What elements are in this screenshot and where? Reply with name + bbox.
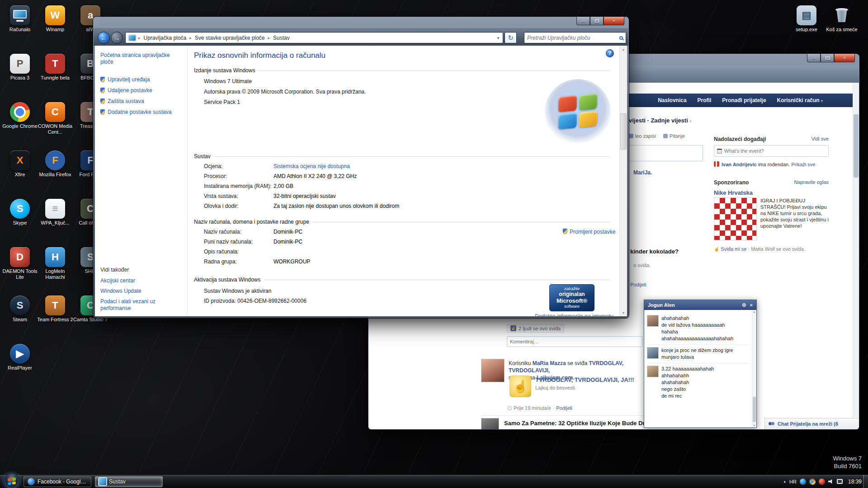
desktop-icon-team-fortress[interactable]: T Team Fortress 2 (37, 296, 73, 323)
events-see-all-link[interactable]: Vidi sve (811, 136, 829, 142)
scrollbar-thumb[interactable] (854, 114, 859, 178)
show-hidden-icons-button[interactable]: ▲ (783, 480, 786, 483)
clock[interactable]: 18:39 (848, 479, 862, 485)
scroll-down-icon[interactable]: ▼ (620, 309, 627, 316)
thumbs-up-image[interactable]: ☝ (509, 375, 531, 397)
minimize-button[interactable]: – (807, 54, 821, 62)
ad-title-link[interactable]: Nike Hrvatska (714, 189, 829, 196)
sidebar-item-performance[interactable]: Podaci i alati vezani uz performanse (100, 298, 173, 312)
forward-button[interactable]: → (111, 32, 123, 44)
user-link[interactable]: MaRia Mazza (533, 360, 566, 366)
desktop-icon-setup-exe[interactable]: ▤ setup.exe (788, 5, 825, 33)
nav-home[interactable]: Naslovnica (653, 97, 691, 103)
back-button[interactable]: ← (98, 32, 110, 44)
address-bar[interactable]: ▸ Upravljačka ploča ▸ Sve stavke upravlj… (125, 32, 503, 43)
avatar[interactable] (481, 418, 499, 429)
tab-question[interactable]: Pitanje (663, 133, 685, 139)
breadcrumb-control-panel[interactable]: Upravljačka ploča (141, 33, 190, 43)
desktop-icon-cowon[interactable]: C COWON Media Cent... (37, 102, 73, 135)
create-ad-link[interactable]: Napravite oglas (794, 179, 829, 186)
like-link[interactable]: Sviđa mi se (721, 246, 747, 252)
minimize-button[interactable]: – (576, 17, 590, 25)
sidebar-item-windows-update[interactable]: Windows Update (100, 288, 184, 295)
rating-link[interactable]: Sistemska ocjena nije dostupna (274, 163, 350, 169)
desktop-icon-tunngle[interactable]: T Tunngle beta (37, 54, 73, 81)
scroll-up-icon[interactable]: ▲ (620, 46, 627, 53)
scroll-up-icon[interactable]: ▲ (752, 310, 756, 313)
desktop-icon-racunalo[interactable]: Računalo (2, 5, 38, 33)
desktop-icon-picasa[interactable]: P Picasa 3 (2, 54, 38, 81)
scroll-down-icon[interactable]: ▼ (752, 424, 756, 427)
start-button[interactable] (4, 473, 20, 488)
desktop-icon-wpa-kljuc[interactable]: ≡ WPA_Ključ... (37, 199, 73, 226)
sidebar-item-system-protection[interactable]: Zaštita sustava (100, 98, 184, 104)
firefox-icon: F (45, 150, 65, 170)
breadcrumb-system[interactable]: Sustav (270, 33, 293, 43)
genuine-microsoft-badge[interactable]: zatražite originalan Microsoft® software (549, 284, 594, 311)
window-scrollbar[interactable]: ▲ ▼ (619, 46, 627, 316)
share-link[interactable]: Podijeli (556, 405, 572, 411)
desktop-icon-hamachi[interactable]: H LogMeIn Hamachi (37, 247, 73, 280)
search-input[interactable] (527, 35, 618, 41)
search-icon[interactable] (619, 36, 623, 40)
monitor-stand (16, 20, 24, 22)
scrollbar-thumb[interactable] (620, 113, 627, 150)
chrome-tray-icon[interactable] (809, 479, 816, 485)
desktop-icon-firefox[interactable]: F Mozilla Firefox (37, 150, 73, 178)
chat-bar[interactable]: Chat Prijatelja na mreži (8 (764, 418, 859, 429)
more-info-link[interactable]: Dodatne informacije na internetu (531, 313, 617, 316)
birthday-name-link[interactable]: Ivan Andrijevic (722, 162, 757, 167)
nav-find-friends[interactable]: Pronađi prijatelje (717, 97, 770, 103)
scrollbar-thumb[interactable] (753, 397, 756, 422)
breadcrumb-all-items[interactable]: Sve stavke upravljačke ploče (192, 33, 268, 43)
nav-account[interactable]: Korisnički račun ▾ (773, 97, 827, 103)
show-desktop-button[interactable] (863, 475, 868, 488)
event-input[interactable] (724, 148, 826, 154)
chat-scrollbar[interactable]: ▲ ▼ (752, 310, 756, 427)
logmein-tray-icon[interactable] (800, 479, 806, 485)
section-header-activation: Aktivacija sustava Windows (194, 277, 609, 283)
comment-input[interactable] (510, 339, 639, 344)
desktop-icon-xfire[interactable]: X Xfire (2, 150, 38, 178)
sidebar-item-device-manager[interactable]: Upravitelj uređaja (100, 76, 184, 83)
close-button[interactable]: × (834, 54, 855, 62)
help-icon[interactable]: ? (606, 49, 614, 57)
tab-video-posts[interactable]: leo zapisi (629, 133, 656, 139)
like-count-box[interactable]: ☝ 2 ljudi se ovo sviđa (507, 324, 564, 333)
desktop-icon-daemon-tools[interactable]: D DAEMON Tools Lite (2, 247, 38, 280)
desktop-icon-winamp[interactable]: W Winamp (37, 5, 73, 33)
address-dropdown-icon[interactable]: ▾ (494, 36, 503, 40)
sidebar-item-advanced-settings[interactable]: Dodatne postavke sustava (100, 109, 184, 115)
close-icon[interactable]: × (750, 302, 753, 308)
daemon-tray-icon[interactable] (819, 479, 825, 485)
friend-name-fragment[interactable]: MariJa. (633, 169, 652, 176)
ad-image[interactable] (714, 197, 757, 240)
close-button[interactable]: × (604, 17, 624, 25)
network-icon[interactable] (837, 479, 843, 484)
desktop-icon-chrome[interactable]: Google Chrome (2, 102, 38, 129)
sidebar-item-remote-settings[interactable]: Udaljene postavke (100, 87, 184, 94)
refresh-button[interactable]: ↻ (505, 32, 517, 43)
show-all-link[interactable]: Prikaži sve (791, 162, 815, 167)
browser-scrollbar[interactable] (853, 83, 859, 418)
nav-profile[interactable]: Profil (693, 97, 716, 103)
desktop-icon-skype[interactable]: S Skype (2, 199, 38, 226)
taskbar-button-facebook[interactable]: Facebook - Google C... (24, 476, 91, 487)
desktop-icon-recycle-bin[interactable]: Koš za smeće (824, 5, 860, 33)
sidebar-item-home[interactable]: Početna stranica upravljačke ploče (100, 52, 173, 66)
desktop-icon-realplayer[interactable]: ▶ RealPlayer (2, 344, 38, 371)
change-settings-link[interactable]: Promijeni postavke (563, 229, 616, 235)
page-title-link[interactable]: TVRDOGLAV, TVRDOGLAVIJI, JA!!! (535, 376, 634, 383)
maximize-button[interactable] (821, 54, 834, 62)
maximize-button[interactable] (590, 17, 604, 25)
volume-icon[interactable] (828, 479, 834, 484)
desktop-icon-steam[interactable]: S Steam (2, 296, 38, 323)
language-indicator[interactable]: HR (789, 479, 797, 484)
taskbar-button-sustav[interactable]: Sustav (95, 476, 163, 487)
chevron-down-icon[interactable]: ▾ (689, 119, 691, 123)
gear-icon[interactable]: ⚙ (742, 302, 746, 308)
sidebar-item-action-center[interactable]: Akcijski centar (100, 277, 184, 284)
share-link[interactable]: Podijeli (630, 282, 646, 287)
chat-header[interactable]: Jogun Alen ⚙ × (644, 300, 756, 310)
avatar[interactable] (481, 359, 505, 382)
